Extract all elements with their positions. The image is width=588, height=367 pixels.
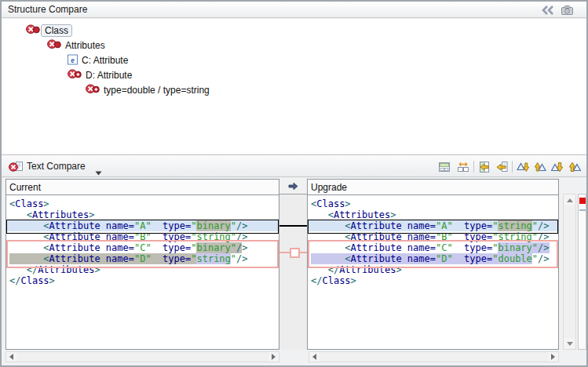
conflict-icon: [47, 39, 61, 52]
code-token: <: [27, 209, 32, 220]
code-token: >: [396, 264, 401, 275]
code-token: [453, 231, 464, 242]
code-token: Attributes: [334, 209, 390, 220]
previous-change-icon[interactable]: [566, 158, 583, 175]
code-line[interactable]: </Attributes>: [6, 264, 279, 275]
code-token: Attribute name=: [49, 242, 134, 253]
element-e-icon: e: [68, 54, 78, 67]
right-pane-body[interactable]: <Class> <Attributes> <Attribute name="A"…: [308, 194, 558, 349]
code-token: <: [345, 253, 350, 264]
code-token: [311, 242, 345, 253]
vertical-scrollbar[interactable]: [563, 194, 576, 350]
chevron-down-icon[interactable]: [95, 165, 102, 169]
scroll-left-button[interactable]: [6, 352, 16, 362]
code-line[interactable]: <Attribute name="B" type="string"/>: [308, 231, 558, 242]
text-compare-title: Text Compare: [27, 161, 86, 172]
code-token: [152, 231, 163, 242]
text-compare-icon: [9, 161, 24, 176]
left-compare-pane: Current <Class> <Attributes> <Attribute …: [5, 179, 279, 350]
code-token: Class: [316, 198, 345, 209]
code-line[interactable]: <Attribute name="A" type="string"/>: [308, 220, 558, 231]
camera-icon[interactable]: [561, 4, 574, 16]
scroll-right-button[interactable]: [268, 352, 279, 362]
code-token: >: [94, 264, 100, 275]
ancestor-pane-icon[interactable]: [436, 158, 453, 175]
toolbar-separator: [473, 161, 474, 173]
overview-conflict-marker[interactable]: [579, 198, 586, 204]
code-token: binary: [498, 242, 531, 253]
tree-item-class[interactable]: Class: [26, 24, 72, 38]
double-chevron-left-icon[interactable]: [540, 4, 556, 16]
code-token: <: [345, 220, 350, 231]
code-line[interactable]: <Attribute name="C" type="binary"/>: [308, 242, 558, 253]
left-pane-body[interactable]: <Class> <Attributes> <Attribute name="A"…: [6, 194, 279, 349]
code-token: binary: [196, 242, 230, 253]
code-token: [311, 220, 345, 231]
copy-current-change-right-to-left-icon[interactable]: [493, 158, 510, 175]
scroll-down-button[interactable]: [564, 338, 575, 349]
code-line[interactable]: <Attribute name="C" type="binary"/>: [6, 242, 279, 253]
structure-compare-title: Structure Compare: [8, 4, 87, 15]
code-line[interactable]: </Class>: [6, 275, 279, 286]
code-line[interactable]: <Class>: [308, 198, 558, 209]
code-token: />: [538, 220, 549, 231]
code-token: Attribute name=: [49, 231, 134, 242]
tree-item-c-attribute[interactable]: e C: Attribute: [68, 53, 128, 67]
conflict-add-icon: [68, 69, 82, 82]
overview-ruler[interactable]: [578, 194, 586, 350]
code-line[interactable]: <Class>: [6, 198, 279, 209]
code-token: Attributes: [38, 264, 94, 275]
code-token: string: [498, 231, 531, 242]
code-token: [152, 242, 163, 253]
code-token: </: [9, 275, 20, 286]
code-token: [9, 231, 43, 242]
overview-range-marker[interactable]: [579, 209, 586, 211]
copy-all-right-to-left-icon[interactable]: [476, 158, 493, 175]
merge-direction-arrow-icon[interactable]: [288, 180, 298, 194]
code-token: <: [345, 242, 350, 253]
code-token: Attribute name=: [351, 231, 436, 242]
tree-item-d-attribute[interactable]: D: Attribute: [68, 68, 132, 82]
code-line[interactable]: <Attributes>: [6, 209, 279, 220]
swap-panes-icon[interactable]: [455, 158, 472, 175]
code-token: />: [236, 253, 247, 264]
tree-item-label: type=double / type=string: [104, 85, 210, 96]
code-token: ": [532, 231, 538, 242]
code-line[interactable]: </Class>: [308, 275, 558, 286]
code-token: ": [532, 253, 538, 264]
right-pane-header: Upgrade: [308, 180, 558, 195]
code-line[interactable]: </Attributes>: [308, 264, 558, 275]
code-line[interactable]: <Attribute name="B" type="string"/>: [6, 231, 279, 242]
scroll-right-button[interactable]: [548, 352, 558, 362]
right-horizontal-scrollbar[interactable]: [309, 351, 559, 362]
previous-difference-icon[interactable]: [531, 158, 549, 175]
code-token: />: [538, 253, 549, 264]
conflict-merge-handle[interactable]: [290, 248, 300, 258]
code-token: [9, 242, 43, 253]
code-line[interactable]: <Attribute name="A" type="binary"/>: [6, 220, 279, 231]
tree-item-type-change[interactable]: type=double / type=string: [86, 83, 210, 97]
next-difference-icon[interactable]: [514, 158, 531, 175]
code-line[interactable]: <Attribute name="D" type="double"/>: [308, 253, 558, 264]
code-line[interactable]: <Attributes>: [308, 209, 558, 220]
code-token: [152, 220, 163, 231]
tree-item-label: D: Attribute: [86, 70, 132, 81]
code-token: <: [43, 242, 49, 253]
code-token: "D": [134, 253, 152, 264]
scroll-left-button[interactable]: [309, 352, 320, 362]
scroll-up-button[interactable]: [564, 194, 575, 205]
left-pane-header: Current: [6, 180, 279, 195]
left-horizontal-scrollbar[interactable]: [5, 351, 279, 362]
code-token: [152, 253, 163, 264]
code-token: [311, 231, 345, 242]
code-token: [9, 253, 43, 264]
code-token: [311, 253, 345, 264]
code-token: type=: [163, 253, 191, 264]
code-token: string: [498, 220, 531, 231]
code-line[interactable]: <Attribute name="D" type="string"/>: [6, 253, 279, 264]
tree-item-attributes[interactable]: Attributes: [47, 38, 105, 53]
next-change-icon[interactable]: [549, 158, 566, 175]
code-token: type=: [464, 220, 492, 231]
code-token: "C": [436, 242, 453, 253]
code-token: />: [538, 242, 549, 253]
